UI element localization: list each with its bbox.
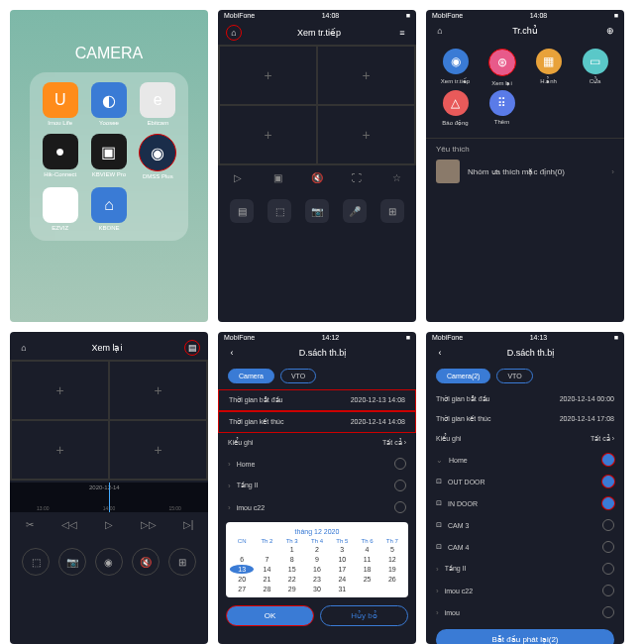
camera-grid[interactable]: ++++ [218, 45, 416, 165]
calendar-day[interactable]: 30 [305, 585, 329, 593]
calendar-day[interactable]: 16 [305, 565, 329, 574]
tab-camera[interactable]: Camera [228, 369, 274, 383]
record-type-row[interactable]: Kiểu ghiTất cả › [426, 429, 624, 449]
start-time-row[interactable]: Thời gian bắt đầu2020-12-13 14:08 [218, 389, 416, 411]
device-item[interactable]: ›imou c22 [218, 496, 416, 518]
calendar-day[interactable]: 28 [255, 585, 278, 593]
app-yoosee[interactable]: ◐Yoosee [88, 82, 129, 126]
calendar-day[interactable]: 25 [355, 575, 378, 584]
calendar-day[interactable]: 22 [280, 575, 304, 584]
back-icon[interactable]: ‹ [226, 347, 238, 359]
action-button[interactable]: ⬚ [268, 199, 291, 223]
calendar-day[interactable]: 9 [305, 555, 329, 564]
device-item[interactable]: ›imou c22 [426, 580, 624, 601]
start-playback-button[interactable]: Bắt đầu phát lại(2) [436, 629, 614, 644]
device-item[interactable]: ⊡CAM 3 [426, 514, 624, 536]
calendar-day[interactable]: 13 [230, 565, 254, 574]
device-item[interactable]: ⌄Home [426, 449, 624, 471]
calendar-day[interactable]: 20 [230, 575, 254, 584]
playback-icon[interactable]: ▷ [103, 518, 115, 530]
device-list-icon[interactable]: ▤ [184, 340, 200, 356]
action-button[interactable]: ⊞ [168, 548, 196, 576]
calendar-day[interactable]: 4 [355, 545, 378, 554]
settings-icon[interactable]: ⊕ [604, 25, 616, 37]
action-button[interactable]: 🔇 [132, 548, 160, 576]
feature-Cửa[interactable]: ▭Cửa [574, 49, 616, 86]
tab-vto[interactable]: VTO [496, 369, 532, 383]
control-icon[interactable]: ☆ [390, 171, 402, 183]
action-button[interactable]: 📷 [305, 199, 329, 223]
app-ebitcam[interactable]: eEbitcam [138, 82, 178, 126]
app-kbview-pro[interactable]: ▣KBVIEW Pro [88, 134, 129, 179]
calendar-day[interactable]: 12 [380, 555, 404, 564]
playback-icon[interactable]: ◁◁ [63, 518, 75, 530]
calendar-day[interactable]: 10 [330, 555, 354, 564]
device-item[interactable]: ›imou [426, 601, 624, 623]
timeline[interactable]: 2020-12-14 13:0014:0015:00 [10, 483, 208, 512]
device-item[interactable]: ⊡IN DOOR [426, 492, 624, 514]
calendar-day[interactable]: 17 [330, 565, 354, 574]
menu-icon[interactable]: ≡ [396, 27, 408, 39]
tab-vto[interactable]: VTO [280, 369, 316, 383]
calendar-day[interactable]: 23 [305, 575, 329, 584]
favorite-item[interactable]: Nhóm ưa thích mặc định(0) › [436, 154, 614, 189]
calendar-day[interactable]: 8 [280, 555, 304, 564]
calendar-day[interactable]: 1 [280, 545, 304, 554]
calendar-day[interactable]: 24 [330, 575, 354, 584]
calendar-day[interactable]: 31 [330, 585, 354, 593]
calendar-day[interactable]: 15 [280, 565, 304, 574]
home-icon[interactable]: ⌂ [434, 25, 446, 37]
app-ezviz[interactable]: ▸EZVIZ [40, 187, 80, 231]
end-time-row[interactable]: Thời gian kết thúc2020-12-14 14:08 [218, 411, 416, 433]
control-icon[interactable]: ⛶ [351, 171, 363, 183]
home-icon[interactable]: ⌂ [226, 25, 242, 41]
feature-H.ảnh[interactable]: ▦H.ảnh [527, 49, 570, 86]
calendar-day[interactable]: 19 [380, 565, 404, 574]
end-time-row[interactable]: Thời gian kết thúc2020-12-14 17:08 [426, 409, 624, 429]
calendar-day[interactable]: 14 [255, 565, 278, 574]
app-kbone[interactable]: ⌂KBONE [88, 187, 129, 231]
start-time-row[interactable]: Thời gian bắt đầu2020-12-14 00:00 [426, 389, 624, 409]
app-imou-life[interactable]: UImou Life [40, 82, 80, 126]
ok-button[interactable]: OK [226, 605, 314, 626]
action-button[interactable]: 🎤 [343, 199, 367, 223]
control-icon[interactable]: 🔇 [311, 171, 323, 183]
tab-camera[interactable]: Camera(2) [436, 369, 490, 383]
calendar-day[interactable]: 5 [380, 545, 404, 554]
action-button[interactable]: ▤ [230, 199, 254, 223]
control-icon[interactable]: ▷ [232, 171, 244, 183]
home-icon[interactable]: ⌂ [18, 342, 30, 354]
calendar-day[interactable]: 3 [330, 545, 354, 554]
record-type-row[interactable]: Kiểu ghiTất cả › [218, 433, 416, 453]
app-hik-connect[interactable]: ●Hik-Connect [40, 134, 80, 179]
playback-icon[interactable]: ✂ [24, 518, 36, 530]
app-dmss-plus[interactable]: ◉DMSS Plus [138, 134, 178, 179]
device-item[interactable]: ⊡OUT DOOR [426, 471, 624, 492]
action-button[interactable]: ◉ [95, 548, 123, 576]
calendar-day[interactable]: 26 [380, 575, 404, 584]
action-button[interactable]: ⬚ [22, 548, 50, 576]
device-item[interactable]: ›Tầng II [426, 558, 624, 580]
back-icon[interactable]: ‹ [434, 347, 446, 359]
control-icon[interactable]: ▣ [271, 171, 283, 183]
feature-Xem lại[interactable]: ⊛Xem lại [481, 49, 523, 86]
action-button[interactable]: 📷 [58, 548, 86, 576]
camera-grid[interactable]: ++++ [10, 360, 208, 481]
calendar-day[interactable]: 29 [280, 585, 304, 593]
playback-icon[interactable]: ▷▷ [143, 518, 155, 530]
device-item[interactable]: ›Tầng II [218, 475, 416, 496]
feature-Thêm[interactable]: ⠿Thêm [481, 90, 523, 126]
feature-Báo động[interactable]: △Báo động [434, 90, 477, 126]
calendar-day[interactable]: 27 [230, 585, 254, 593]
cancel-button[interactable]: Hủy bỏ [320, 605, 408, 626]
calendar-day[interactable]: 18 [355, 565, 378, 574]
calendar-day[interactable]: 2 [305, 545, 329, 554]
calendar-day[interactable]: 6 [230, 555, 254, 564]
calendar-day[interactable]: 7 [255, 555, 278, 564]
playback-icon[interactable]: ▷| [182, 518, 194, 530]
feature-Xem tr.tiếp[interactable]: ◉Xem tr.tiếp [434, 49, 477, 86]
device-item[interactable]: ›Home [218, 453, 416, 475]
action-button[interactable]: ⊞ [380, 199, 404, 223]
calendar-day[interactable]: 21 [255, 575, 278, 584]
calendar-day[interactable]: 11 [355, 555, 378, 564]
